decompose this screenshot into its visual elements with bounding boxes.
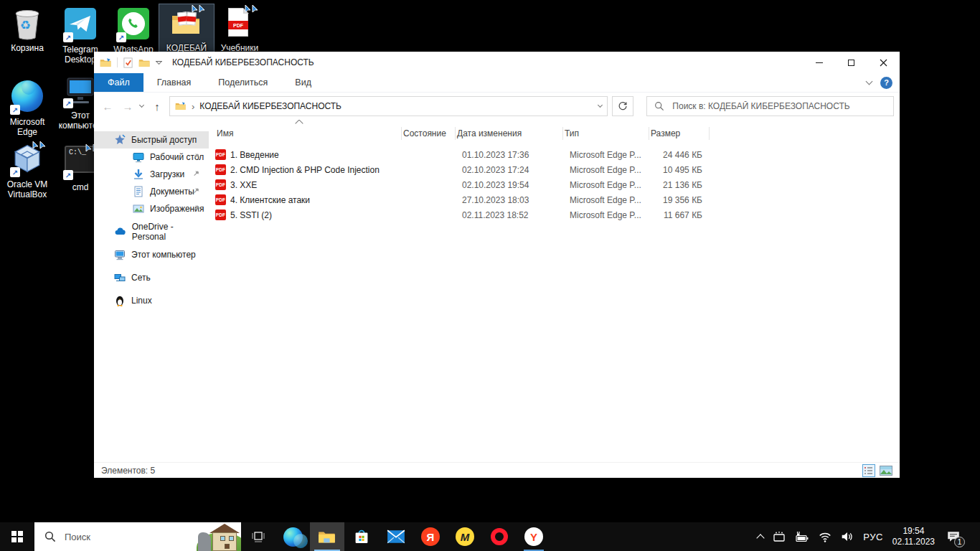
sidebar-item-this-pc[interactable]: Этот компьютер [94,246,209,263]
breadcrumb-chevron: › [192,101,194,112]
sidebar-item-onedrive[interactable]: OneDrive - Personal [94,223,209,240]
task-view-button[interactable] [241,522,275,551]
sidebar-item-quick-access[interactable]: Быстрый доступ [94,131,209,149]
whatsapp-icon: ↗ [116,8,151,42]
language-indicator[interactable]: РУС [863,532,883,542]
file-size: 19 356 КБ [649,195,710,205]
maximize-button[interactable] [835,52,867,73]
close-button[interactable] [867,52,900,73]
column-header-type[interactable]: Тип [563,127,649,140]
file-type: Microsoft Edge P... [563,195,649,205]
up-button[interactable]: ↑ [149,100,165,113]
taskbar-icon-yandex[interactable]: Я [413,522,448,551]
sidebar-item-desktop[interactable]: Рабочий стол [94,149,209,166]
start-button[interactable] [0,522,34,551]
explorer-window: КОДЕБАЙ КИБЕРБЕЗОПАСНОСТЬ Файл Главная П… [94,52,900,478]
tab-file[interactable]: Файл [94,73,143,92]
tray-expand-button[interactable] [758,532,763,541]
chevron-up-icon [757,534,765,542]
recent-locations-icon[interactable] [139,103,144,108]
details-view-button[interactable] [862,464,875,477]
taskbar-search-input[interactable] [63,531,164,543]
desktop-icon-uchebniki[interactable]: PDF Учебники [212,4,267,55]
system-tray: РУС 19:54 02.11.2023 1 [758,522,980,551]
battery-icon[interactable] [795,531,809,542]
search-box[interactable] [646,96,894,116]
file-modified: 27.10.2023 18:03 [456,195,563,205]
refresh-button[interactable] [612,96,633,116]
breadcrumb[interactable]: КОДЕБАЙ КИБЕРБЕЗОПАСНОСТЬ [199,101,341,111]
window-title: КОДЕБАЙ КИБЕРБЕЗОПАСНОСТЬ [172,57,314,67]
file-type: Microsoft Edge P... [563,210,649,220]
notification-center-button[interactable]: 1 [944,527,963,546]
taskbar-icon-yandex-browser[interactable]: Y [517,522,551,551]
desktop-icon-recycle-bin[interactable]: ♻ Корзина [0,4,55,55]
taskbar-icon-edge[interactable] [275,522,310,551]
minimize-button[interactable] [803,52,835,73]
clock[interactable]: 19:54 02.11.2023 [892,526,935,547]
sidebar-item-pictures[interactable]: Изображения [94,200,209,217]
wifi-icon[interactable] [819,532,831,542]
network-icon [114,272,126,283]
address-dropdown-icon[interactable] [598,103,603,108]
properties-icon[interactable] [123,57,133,68]
taskbar-icon-explorer[interactable] [310,522,344,551]
desktop-icon-edge[interactable]: ↗ Microsoft Edge [0,72,55,139]
tab-view[interactable]: Вид [281,73,325,92]
connect-display-icon[interactable] [773,531,786,543]
quick-access-toolbar [100,57,162,68]
refresh-icon [618,101,628,111]
back-button[interactable]: ← [100,100,116,113]
sidebar-item-network[interactable]: Сеть [94,269,209,286]
sidebar-item-label: Сеть [131,273,151,283]
folder-icon[interactable] [138,57,151,68]
file-row[interactable]: PDF5. SSTI (2) 02.11.2023 18:52 Microsof… [215,207,900,222]
microsoft-store-icon [353,528,370,545]
column-header-size[interactable]: Размер [649,127,710,140]
sync-cursors-icon [191,4,207,19]
sidebar-item-downloads[interactable]: Загрузки [94,166,209,183]
pdf-file-icon: PDF [215,209,226,220]
ribbon-tabs: Файл Главная Поделиться Вид ? [94,73,900,93]
taskbar-search[interactable] [34,522,241,551]
column-header-modified[interactable]: Дата изменения [456,127,563,140]
download-icon [133,169,144,180]
desktop-icon-label: Корзина [1,43,53,53]
column-header-status[interactable]: Состояние [402,127,456,140]
address-bar[interactable]: › КОДЕБАЙ КИБЕРБЕЗОПАСНОСТЬ [169,96,608,116]
taskbar-icon-mail[interactable] [379,522,413,551]
file-type: Microsoft Edge P... [563,180,649,190]
desktop-icon-kodebay[interactable]: КОДЕБАЙ [159,4,214,55]
telegram-icon: ↗ [63,8,98,42]
taskbar-icon-store[interactable] [344,522,379,551]
search-input[interactable] [671,100,886,112]
column-header-name[interactable]: Имя [215,127,402,140]
expand-ribbon-icon[interactable] [866,78,873,85]
new-folder-icon[interactable] [100,57,112,68]
desktop-icon-label: Oracle VM VirtualBox [1,179,53,199]
file-explorer-icon [318,529,336,545]
sync-cursors-icon [32,140,47,156]
customize-qat-icon[interactable] [156,61,162,65]
help-icon[interactable]: ? [880,77,892,89]
volume-icon[interactable] [841,531,854,542]
folder-icon [175,101,187,111]
search-highlight-image[interactable] [197,522,241,551]
taskbar-icon-m-app[interactable]: M [448,522,482,551]
taskbar-icon-opera[interactable] [482,522,517,551]
thumbnail-view-button[interactable] [880,466,892,476]
tab-share[interactable]: Поделиться [204,73,281,92]
recycle-glyph: ♻ [20,18,31,33]
desktop-icon-whatsapp[interactable]: ↗ WhatsApp [106,4,161,57]
sidebar-item-documents[interactable]: Документы [94,183,209,200]
status-bar: Элементов: 5 [94,462,900,478]
file-row[interactable]: PDF2. CMD Injection & PHP Code Injection… [215,162,900,177]
file-row[interactable]: PDF1. Введение 01.10.2023 17:36 Microsof… [215,147,900,162]
desktop-icon-virtualbox[interactable]: ↗ Oracle VM VirtualBox [0,141,55,202]
file-name: 4. Клиентские атаки [230,195,310,205]
forward-button[interactable]: → [120,100,136,113]
tab-home[interactable]: Главная [143,73,205,92]
file-row[interactable]: PDF4. Клиентские атаки 27.10.2023 18:03 … [215,192,900,207]
sidebar-item-linux[interactable]: Linux [94,292,209,309]
file-row[interactable]: PDF3. XXE 02.10.2023 19:54 Microsoft Edg… [215,177,900,192]
